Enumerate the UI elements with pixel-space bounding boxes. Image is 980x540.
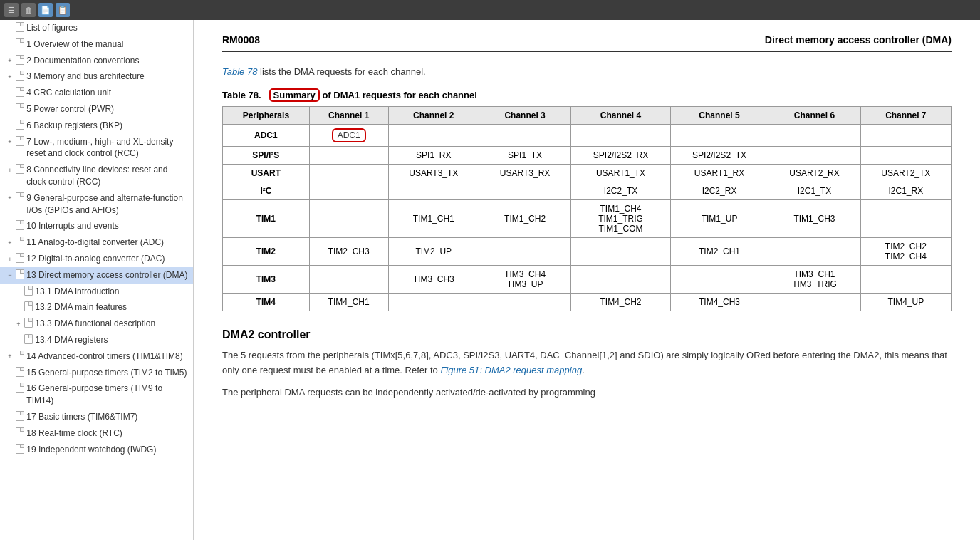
expand-icon: −: [6, 271, 14, 280]
cell-ch5: USART1_RX: [670, 165, 768, 182]
sidebar-item-ch7[interactable]: + 7 Low-, medium-, high- and XL-density …: [0, 134, 193, 162]
page-icon: [24, 301, 33, 311]
sidebar-label: 16 General-purpose timers (TIM9 to TIM14…: [26, 383, 189, 407]
sidebar-item-ch18[interactable]: 18 Real-time clock (RTC): [0, 425, 193, 442]
sidebar-item-ch8[interactable]: + 8 Connectivity line devices: reset and…: [0, 162, 193, 190]
sidebar-item-ch3[interactable]: + 3 Memory and bus architecture: [0, 68, 193, 85]
sidebar-item-ch10[interactable]: 10 Interrupts and events: [0, 218, 193, 234]
page-icon: [16, 367, 24, 377]
cell-ch3: [479, 125, 570, 147]
table-row: TIM3 TIM3_CH3 TIM3_CH4TIM3_UP TIM3_CH1TI…: [223, 266, 952, 294]
sidebar-item-ch13-2[interactable]: 13.2 DMA main features: [0, 299, 193, 316]
page-icon: [16, 22, 24, 32]
content-area: RM0008 Direct memory access controller (…: [194, 20, 980, 540]
cell-ch7: TIM4_UP: [860, 294, 951, 311]
cell-peripheral: ADC1: [223, 125, 310, 147]
sidebar-item-ch13[interactable]: − 13 Direct memory access controller (DM…: [0, 267, 193, 284]
cell-ch3: TIM1_CH2: [479, 200, 570, 238]
table-row: ADC1 ADC1: [223, 125, 952, 147]
page-icon: [16, 351, 24, 360]
cell-peripheral: SPI/I²S: [223, 147, 310, 165]
cell-ch1: [309, 200, 388, 238]
toolbar-menu-icon[interactable]: ☰: [4, 3, 19, 17]
expand-icon: [14, 303, 23, 312]
sidebar-item-ch16[interactable]: 16 General-purpose timers (TIM9 to TIM14…: [0, 380, 193, 409]
sidebar-label: 12 Digital-to-analog converter (DAC): [26, 253, 165, 265]
table78-link[interactable]: Table 78: [222, 66, 257, 77]
page-icon: [16, 220, 24, 230]
sidebar-item-ch6[interactable]: 6 Backup registers (BKP): [0, 118, 193, 134]
sidebar-label: 13.1 DMA introduction: [35, 286, 119, 298]
col-ch2: Channel 2: [388, 107, 479, 125]
sidebar-label: 2 Documentation conventions: [26, 55, 139, 67]
page-icon: [16, 55, 24, 65]
sidebar-item-ch1[interactable]: 1 Overview of the manual: [0, 36, 193, 53]
sidebar-item-ch14[interactable]: + 14 Advanced-control timers (TIM1&TIM8): [0, 348, 193, 365]
cell-ch2: [388, 294, 479, 311]
sidebar-label: 1 Overview of the manual: [26, 38, 123, 51]
cell-peripheral: TIM1: [223, 200, 310, 238]
sidebar-item-ch13-1[interactable]: 13.1 DMA introduction: [0, 284, 193, 300]
expand-icon: [14, 336, 23, 345]
expand-icon: +: [6, 166, 14, 175]
col-ch6: Channel 6: [768, 107, 860, 125]
page-icon: [24, 318, 33, 328]
expand-icon: [6, 89, 14, 98]
sidebar-item-ch4[interactable]: 4 CRC calculation unit: [0, 85, 193, 101]
cell-peripheral: TIM3: [223, 266, 310, 294]
table-row: SPI/I²S SPI1_RX SPI1_TX SPI2/I2S2_RX SPI…: [223, 147, 952, 165]
cell-ch1: [309, 182, 388, 200]
sidebar-item-ch19[interactable]: 19 Independent watchdog (IWDG): [0, 442, 193, 458]
cell-ch5: [670, 125, 768, 147]
cell-ch2: [388, 125, 479, 147]
dma2-body-text: The 5 requests from the peripherals (TIM…: [222, 350, 947, 375]
table-caption: Table 78. Summary of DMA1 requests for e…: [222, 88, 952, 102]
sidebar-item-ch13-3[interactable]: + 13.3 DMA functional description: [0, 316, 193, 332]
expand-icon: [6, 446, 14, 455]
sidebar-label: 8 Connectivity line devices: reset and c…: [26, 164, 189, 188]
sidebar-item-ch5[interactable]: 5 Power control (PWR): [0, 101, 193, 118]
sidebar-item-ch17[interactable]: 17 Basic timers (TIM6&TIM7): [0, 409, 193, 425]
cell-ch2: TIM2_UP: [388, 238, 479, 266]
dma2-extra-text: The peripheral DMA requests can be indep…: [222, 385, 952, 400]
cell-peripheral: I²C: [223, 182, 310, 200]
cell-ch6: [768, 294, 860, 311]
cell-ch6: [768, 147, 860, 165]
cell-ch6: I2C1_TX: [768, 182, 860, 200]
sidebar-label: 13 Direct memory access controller (DMA): [26, 269, 187, 281]
sidebar-item-ch2[interactable]: + 2 Documentation conventions: [0, 53, 193, 69]
doc-header-title: Direct memory access controller (DMA): [765, 34, 952, 46]
sidebar-label: 9 General-purpose and alternate-function…: [26, 192, 189, 217]
cell-ch2: TIM1_CH1: [388, 200, 479, 238]
page-icon: [24, 334, 33, 344]
cell-ch4: I2C2_TX: [571, 182, 671, 200]
dma2-mapping-link[interactable]: Figure 51: DMA2 request mapping: [440, 365, 582, 375]
sidebar-label: 14 Advanced-control timers (TIM1&TIM8): [26, 351, 182, 363]
sidebar-item-ch12[interactable]: + 12 Digital-to-analog converter (DAC): [0, 251, 193, 267]
sidebar-item-ch13-4[interactable]: 13.4 DMA registers: [0, 332, 193, 348]
page-icon: [16, 87, 24, 97]
col-ch7: Channel 7: [860, 107, 951, 125]
toolbar-delete-icon[interactable]: 🗑: [21, 3, 36, 17]
cell-ch6: [768, 125, 860, 147]
cell-ch5: TIM1_UP: [670, 200, 768, 238]
sidebar-label: 11 Analog-to-digital converter (ADC): [26, 237, 164, 249]
toolbar-clip-icon[interactable]: 📋: [56, 3, 70, 17]
page-icon: [16, 164, 24, 174]
cell-ch3: USART3_RX: [479, 165, 570, 182]
sidebar-label: 13.2 DMA main features: [35, 301, 127, 313]
page-icon: [16, 411, 24, 421]
cell-ch1: TIM2_CH3: [309, 238, 388, 266]
cell-peripheral: TIM4: [223, 294, 310, 311]
sidebar-item-ch11[interactable]: + 11 Analog-to-digital converter (ADC): [0, 234, 193, 251]
sidebar-item-ch15[interactable]: 15 General-purpose timers (TIM2 to TIM5): [0, 365, 193, 381]
sidebar-item-list-figures[interactable]: List of figures: [0, 20, 193, 36]
sidebar-label: List of figures: [26, 22, 77, 34]
expand-icon: +: [6, 57, 14, 66]
sidebar-item-ch9[interactable]: + 9 General-purpose and alternate-functi…: [0, 190, 193, 219]
sidebar-label: 17 Basic timers (TIM6&TIM7): [26, 411, 137, 423]
cell-ch4: [571, 125, 671, 147]
toolbar-page-icon[interactable]: 📄: [38, 3, 53, 17]
page-icon: [16, 383, 24, 393]
expand-icon: +: [6, 194, 14, 203]
